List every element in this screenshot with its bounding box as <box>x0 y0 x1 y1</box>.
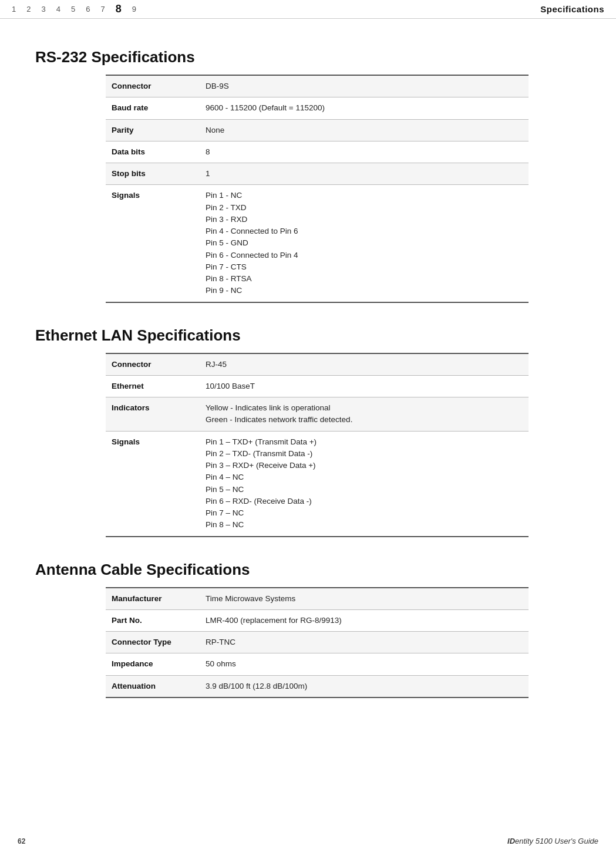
brand-text: IDentity 5100 User's Guide <box>507 837 598 845</box>
row-label: Connector Type <box>106 632 200 653</box>
brand-suffix: entity 5100 User's Guide <box>515 837 598 845</box>
row-value: 3.9 dB/100 ft (12.8 dB/100m) <box>200 675 529 697</box>
nav-number-8[interactable]: 8 <box>116 3 122 15</box>
row-value: Pin 1 – TXD+ (Transmit Data +)Pin 2 – TX… <box>200 431 529 537</box>
row-label: Attenuation <box>106 675 200 697</box>
row-value: 50 ohms <box>200 653 529 675</box>
table-row: Ethernet10/100 BaseT <box>106 375 529 397</box>
nav-number-4[interactable]: 4 <box>56 5 60 14</box>
row-value: Pin 1 - NCPin 2 - TXDPin 3 - RXDPin 4 - … <box>200 185 529 302</box>
row-label: Ethernet <box>106 375 200 397</box>
row-value: 8 <box>200 141 529 163</box>
row-label: Connector <box>106 353 200 376</box>
row-label: Connector <box>106 75 200 97</box>
row-label: Parity <box>106 119 200 141</box>
row-label: Signals <box>106 431 200 537</box>
nav-number-6[interactable]: 6 <box>86 5 90 14</box>
row-value: 1 <box>200 163 529 185</box>
nav-number-2[interactable]: 2 <box>26 5 31 14</box>
row-label: Impedance <box>106 653 200 675</box>
row-value: Time Microwave Systems <box>200 588 529 610</box>
nav-number-3[interactable]: 3 <box>41 5 45 14</box>
row-value: Yellow - Indicates link is operationalGr… <box>200 397 529 432</box>
section-heading-ethernet: Ethernet LAN Specifications <box>35 326 581 345</box>
row-label: Data bits <box>106 141 200 163</box>
main-content: RS-232 SpecificationsConnectorDB-9SBaud … <box>0 19 616 757</box>
page-number: 62 <box>18 837 25 845</box>
nav-number-7[interactable]: 7 <box>100 5 105 14</box>
nav-number-1[interactable]: 1 <box>12 5 16 14</box>
row-value: DB-9S <box>200 75 529 97</box>
row-value: 10/100 BaseT <box>200 375 529 397</box>
row-value: RJ-45 <box>200 353 529 376</box>
table-row: SignalsPin 1 – TXD+ (Transmit Data +)Pin… <box>106 431 529 537</box>
section-heading-antenna: Antenna Cable Specifications <box>35 561 581 579</box>
row-label: Signals <box>106 185 200 302</box>
table-row: ParityNone <box>106 119 529 141</box>
row-value: LMR-400 (replacement for RG-8/9913) <box>200 609 529 631</box>
row-value: 9600 - 115200 (Default = 115200) <box>200 97 529 119</box>
table-row: ManufacturerTime Microwave Systems <box>106 588 529 610</box>
page-footer: 62 IDentity 5100 User's Guide <box>0 837 616 845</box>
chapter-numbers[interactable]: 123456789 <box>12 3 136 15</box>
spec-table-antenna: ManufacturerTime Microwave SystemsPart N… <box>106 587 529 698</box>
row-label: Baud rate <box>106 97 200 119</box>
nav-number-9[interactable]: 9 <box>132 5 136 14</box>
spec-table-rs232: ConnectorDB-9SBaud rate9600 - 115200 (De… <box>106 75 529 303</box>
spec-table-ethernet: ConnectorRJ-45Ethernet10/100 BaseTIndica… <box>106 353 529 537</box>
row-value: None <box>200 119 529 141</box>
table-row: Attenuation3.9 dB/100 ft (12.8 dB/100m) <box>106 675 529 697</box>
table-row: ConnectorRJ-45 <box>106 353 529 376</box>
row-value: RP-TNC <box>200 632 529 653</box>
row-label: Stop bits <box>106 163 200 185</box>
table-row: Impedance50 ohms <box>106 653 529 675</box>
chapter-title: Specifications <box>540 4 604 14</box>
table-row: Data bits8 <box>106 141 529 163</box>
row-label: Part No. <box>106 609 200 631</box>
table-row: Part No.LMR-400 (replacement for RG-8/99… <box>106 609 529 631</box>
row-label: Manufacturer <box>106 588 200 610</box>
table-row: SignalsPin 1 - NCPin 2 - TXDPin 3 - RXDP… <box>106 185 529 302</box>
table-row: Connector TypeRP-TNC <box>106 632 529 653</box>
table-row: IndicatorsYellow - Indicates link is ope… <box>106 397 529 432</box>
table-row: ConnectorDB-9S <box>106 75 529 97</box>
section-heading-rs232: RS-232 Specifications <box>35 48 581 66</box>
nav-number-5[interactable]: 5 <box>71 5 75 14</box>
table-row: Stop bits1 <box>106 163 529 185</box>
table-row: Baud rate9600 - 115200 (Default = 115200… <box>106 97 529 119</box>
row-label: Indicators <box>106 397 200 432</box>
top-navigation: 123456789 Specifications <box>0 0 616 19</box>
